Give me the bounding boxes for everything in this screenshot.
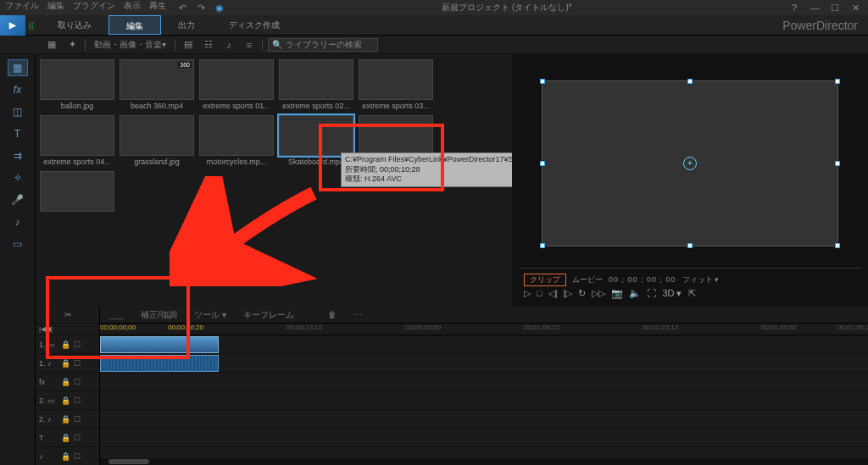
ruler[interactable]: 00;00;00;0000;00;16;2000;00;33;1000;00;5… [100, 324, 868, 335]
eye-icon[interactable]: ☐ [74, 452, 81, 461]
tl-tool-tool[interactable]: ツール ▾ [194, 309, 226, 321]
menu-view[interactable]: 表示 [124, 0, 141, 15]
preview-fit-dropdown[interactable]: フィット ▾ [682, 274, 720, 285]
puzzle-icon[interactable]: ✦ [64, 37, 80, 53]
sort-icon[interactable]: ♪ [221, 37, 236, 53]
track-label[interactable]: 2. ▭🔒☐ [36, 391, 99, 410]
room-audio-icon[interactable]: 🎤 [8, 191, 28, 208]
track-label[interactable]: 1. ▭🔒☐ [36, 335, 99, 354]
track-label[interactable]: fx 🔒☐ [36, 373, 99, 391]
trash-icon[interactable]: 🗑 [328, 310, 337, 319]
menu-icon[interactable]: ≡ [242, 37, 257, 53]
track-lane[interactable] [100, 429, 868, 447]
redo-icon[interactable]: ↷ [193, 0, 209, 15]
preview-canvas[interactable]: + [542, 80, 838, 246]
maximize-icon[interactable]: ☐ [827, 0, 843, 15]
room-media-icon[interactable]: ▦ [8, 59, 28, 76]
media-thumb[interactable] [39, 171, 115, 213]
fast-forward-icon[interactable]: ▷▷ [592, 288, 605, 299]
timeline-clip-audio[interactable] [100, 355, 219, 372]
list-view-icon[interactable]: ☷ [201, 37, 216, 53]
eye-icon[interactable]: ☐ [74, 415, 81, 423]
eye-icon[interactable]: ☐ [74, 434, 81, 442]
media-thumb[interactable]: extreme sports 03... [358, 59, 434, 110]
undo-icon[interactable]: ↶ [175, 0, 190, 15]
timeline-clip-video[interactable] [100, 336, 219, 353]
skip-start-icon[interactable]: |◀◀| [39, 325, 53, 333]
track-label[interactable]: 2. ♪🔒☐ [36, 410, 99, 429]
track-lane[interactable] [100, 354, 868, 373]
media-thumb[interactable]: ballon.jpg [39, 59, 115, 110]
thumb-label: ballon.jpg [61, 102, 94, 110]
track-label[interactable]: ♪ 🔒☐ [36, 447, 99, 465]
fullscreen-icon[interactable]: ⛶ [647, 288, 656, 298]
eye-icon[interactable]: ☐ [74, 359, 81, 368]
timeline-body[interactable]: ⎯⎯⎯ 補正/強調 ツール ▾ キーフレーム 🗑 ⋯ 00;00;00;0000… [100, 307, 868, 465]
preview-mode-movie[interactable]: ムービー [572, 274, 603, 285]
lock-icon[interactable]: 🔒 [61, 340, 70, 349]
room-transition-icon[interactable]: ⇉ [8, 147, 28, 164]
next-frame-icon[interactable]: |▷ [564, 288, 573, 299]
tab-disc[interactable]: ディスク作成 [212, 15, 297, 35]
track-label[interactable]: 1. ♪🔒☐ [36, 354, 99, 373]
track-lane[interactable] [100, 410, 868, 429]
room-voice-icon[interactable]: ♪ [8, 213, 28, 230]
preview-mode-clip[interactable]: クリップ [524, 274, 566, 286]
menu-plugin[interactable]: プラグイン [73, 0, 115, 15]
volume-icon[interactable]: 🔈 [629, 288, 641, 299]
import-media-icon[interactable]: ▦ [44, 37, 59, 53]
snapshot-icon[interactable]: 📷 [611, 288, 623, 299]
tl-tool-1[interactable]: ⎯⎯⎯ [108, 310, 124, 319]
room-fx-icon[interactable]: fx [8, 81, 28, 98]
room-pip-icon[interactable]: ◫ [8, 103, 28, 120]
track-label[interactable]: T 🔒☐ [36, 429, 99, 447]
scissors-icon[interactable]: ✂ [64, 310, 71, 319]
3d-icon[interactable]: 3D ▾ [662, 288, 682, 299]
tab-edit[interactable]: 編集 [108, 15, 161, 35]
track-lane[interactable] [100, 373, 868, 391]
close-icon[interactable]: ✕ [848, 0, 863, 15]
lock-icon[interactable]: 🔒 [61, 359, 70, 368]
media-filter-dropdown[interactable]: 動画・画像・音楽 ▾ [91, 39, 170, 51]
menu-file[interactable]: ファイル [5, 0, 39, 15]
play-icon[interactable]: ▷ [524, 288, 531, 299]
minimize-icon[interactable]: — [807, 0, 822, 15]
popout-icon[interactable]: ⇱ [688, 288, 696, 299]
track-lane[interactable] [100, 335, 868, 354]
menu-edit[interactable]: 編集 [47, 0, 64, 15]
lock-icon[interactable]: 🔒 [61, 396, 70, 405]
media-thumb[interactable]: extreme sports 04... [39, 115, 115, 166]
eye-icon[interactable]: ☐ [74, 378, 81, 386]
media-thumb[interactable]: extreme sports 01... [198, 59, 275, 110]
room-particle-icon[interactable]: ✧ [8, 169, 28, 186]
eye-icon[interactable]: ☐ [74, 340, 81, 349]
window-title: 新規プロジェクト (タイトルなし)* [236, 2, 778, 14]
track-lane[interactable] [100, 391, 868, 410]
tl-tool-fix[interactable]: 補正/強調 [141, 309, 177, 321]
stop-icon[interactable]: □ [537, 288, 542, 298]
lock-icon[interactable]: 🔒 [61, 434, 70, 442]
loop-icon[interactable]: ↻ [578, 288, 586, 299]
room-title-icon[interactable]: T [8, 125, 28, 142]
scrollbar-h[interactable] [100, 458, 868, 465]
tab-import[interactable]: 取り込み [41, 15, 108, 35]
eye-icon[interactable]: ☐ [74, 396, 81, 405]
media-thumb[interactable]: 360beach 360.mp4 [119, 59, 195, 110]
room-subtitle-icon[interactable]: ▭ [8, 235, 28, 252]
cloud-icon[interactable]: ◉ [212, 0, 227, 15]
media-thumb[interactable]: motorcycles.mp... [198, 115, 275, 166]
prev-frame-icon[interactable]: ◁| [548, 288, 558, 299]
help-icon[interactable]: ? [787, 0, 802, 15]
ruler-mark: 00;00;33;10 [287, 324, 322, 331]
tab-output[interactable]: 出力 [161, 15, 212, 35]
media-thumb[interactable]: extreme sports 02... [278, 59, 354, 110]
menu-play[interactable]: 再生 [149, 0, 166, 15]
lock-icon[interactable]: 🔒 [61, 415, 70, 423]
lock-icon[interactable]: 🔒 [61, 452, 70, 461]
tl-tool-keyframe[interactable]: キーフレーム [243, 309, 294, 321]
search-input[interactable]: 🔍 ライブラリーの検索 [268, 38, 378, 52]
media-thumb[interactable]: grassland.jpg [119, 115, 195, 166]
more-icon[interactable]: ⋯ [353, 310, 362, 319]
lock-icon[interactable]: 🔒 [61, 378, 70, 386]
grid-view-icon[interactable]: ▤ [181, 37, 196, 53]
